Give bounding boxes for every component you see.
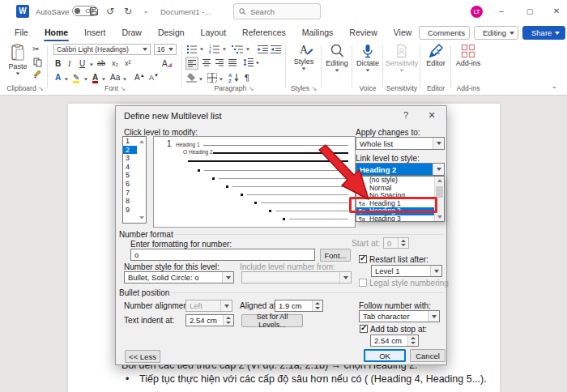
subscript-button[interactable]: x₂: [112, 59, 118, 67]
multilevel-list-icon[interactable]: [232, 45, 244, 54]
dictate-button[interactable]: Dictate: [353, 44, 382, 72]
scroll-down-icon[interactable]: [437, 215, 442, 219]
spin-up-icon[interactable]: [226, 317, 231, 319]
dialog-launcher-icon[interactable]: ↘: [120, 85, 126, 92]
scroll-up-icon[interactable]: [139, 140, 144, 143]
qat-customize-icon[interactable]: ⌄: [139, 5, 152, 18]
superscript-button[interactable]: x²: [125, 59, 131, 67]
restart-level-select[interactable]: Level 1: [371, 265, 442, 277]
menu-tab[interactable]: Draw: [113, 25, 150, 41]
text-effects-button[interactable]: A: [55, 73, 61, 82]
paragraph-mark-button[interactable]: ¶: [245, 73, 249, 83]
editing-button[interactable]: Editing: [322, 44, 352, 72]
spin-up-icon[interactable]: [411, 337, 416, 339]
menu-tab[interactable]: References: [234, 25, 294, 41]
dialog-launcher-icon[interactable]: ↘: [311, 85, 317, 92]
set-all-levels-button[interactable]: Set for All Levels...: [241, 314, 303, 327]
scroll-down-icon[interactable]: [139, 216, 144, 219]
maximize-button[interactable]: [522, 5, 537, 18]
decrease-indent-icon[interactable]: [258, 45, 268, 54]
shading-icon[interactable]: [186, 73, 197, 83]
italic-button[interactable]: I: [68, 59, 70, 68]
bullets-icon[interactable]: [186, 45, 198, 54]
spin-up-icon[interactable]: [315, 302, 320, 305]
dialog-close-button[interactable]: ✕: [424, 109, 440, 121]
level-item[interactable]: 4: [123, 163, 137, 172]
change-case-button[interactable]: Aa: [110, 73, 120, 82]
font-color-button[interactable]: A: [92, 73, 98, 82]
restart-list-checkbox[interactable]: [359, 255, 367, 263]
sort-icon[interactable]: AZ: [228, 72, 240, 83]
clear-formatting-button[interactable]: A◢: [162, 59, 172, 68]
spin-down-icon[interactable]: [411, 342, 416, 344]
level-item[interactable]: 2: [123, 146, 137, 155]
menu-tab[interactable]: Insert: [76, 25, 113, 41]
word-logo-icon[interactable]: W: [16, 5, 29, 18]
editing-mode-button[interactable]: Editing: [474, 26, 518, 40]
align-left-button[interactable]: [185, 57, 198, 70]
text-indent-spinner[interactable]: 2.54 cm: [185, 314, 234, 326]
menu-tab[interactable]: Design: [150, 25, 193, 41]
menu-tab[interactable]: File: [6, 25, 36, 41]
copy-icon[interactable]: [33, 58, 42, 67]
font-button[interactable]: Font...: [320, 249, 351, 262]
undo-icon[interactable]: ↺: [104, 5, 117, 18]
level-item[interactable]: 5: [123, 171, 137, 180]
menu-tab[interactable]: Review: [341, 25, 385, 41]
level-item[interactable]: 9: [123, 206, 137, 215]
menu-tab[interactable]: View: [386, 25, 420, 41]
search-box[interactable]: [233, 3, 321, 19]
follow-number-select[interactable]: Tab character: [359, 310, 440, 322]
search-input[interactable]: [250, 7, 307, 16]
redo-icon[interactable]: ↻: [122, 5, 134, 18]
level-item[interactable]: 6: [123, 180, 137, 189]
align-center-icon[interactable]: [202, 59, 211, 66]
align-right-icon[interactable]: [215, 59, 224, 66]
level-item[interactable]: 8: [123, 197, 137, 206]
dialog-launcher-icon[interactable]: ↘: [38, 85, 44, 92]
bold-button[interactable]: B: [55, 59, 61, 68]
save-icon[interactable]: [87, 5, 100, 18]
close-button[interactable]: [549, 5, 564, 18]
strikethrough-button[interactable]: ab: [97, 59, 105, 67]
borders-icon[interactable]: [207, 73, 217, 83]
dialog-launcher-icon[interactable]: ↘: [249, 85, 254, 92]
line-spacing-icon[interactable]: [243, 58, 254, 67]
scroll-thumb[interactable]: [436, 186, 443, 198]
justify-icon[interactable]: [228, 59, 237, 66]
spin-down-icon[interactable]: [226, 322, 231, 324]
avatar[interactable]: LT: [471, 6, 483, 18]
level-item[interactable]: 7: [123, 189, 137, 198]
scroll-up-icon[interactable]: [437, 179, 442, 182]
number-format-input[interactable]: o: [130, 249, 315, 261]
cut-icon[interactable]: ✂: [32, 45, 39, 53]
format-painter-icon[interactable]: [33, 70, 43, 79]
editor-button[interactable]: Editor: [421, 44, 450, 67]
share-button[interactable]: Share: [522, 26, 565, 40]
number-style-select[interactable]: Bullet, Solid Circle: o: [124, 271, 234, 283]
font-size-select[interactable]: 16: [154, 44, 177, 55]
menu-tab[interactable]: Home: [36, 25, 76, 41]
collapse-ribbon-icon[interactable]: ⌄: [551, 82, 557, 90]
underline-button[interactable]: U: [79, 59, 85, 68]
add-tab-stop-checkbox[interactable]: [360, 325, 368, 333]
dialog-help-button[interactable]: ?: [398, 109, 414, 121]
addins-button[interactable]: Add-ins: [452, 44, 484, 67]
menu-tab[interactable]: Layout: [193, 25, 235, 41]
grow-font-button[interactable]: A▲: [134, 73, 145, 82]
cancel-button[interactable]: Cancel: [410, 349, 446, 362]
spin-down-icon[interactable]: [315, 307, 320, 309]
shrink-font-button[interactable]: A▼: [149, 73, 159, 82]
styles-button[interactable]: A Styles: [288, 44, 320, 70]
menu-tab[interactable]: Mailings: [294, 25, 342, 41]
comments-button[interactable]: Comments: [419, 26, 470, 40]
paste-button[interactable]: Paste: [5, 44, 31, 75]
ok-button[interactable]: OK: [364, 349, 406, 362]
level-item[interactable]: 3: [123, 154, 137, 163]
add-tab-stop-spinner[interactable]: 2.54 cm: [370, 334, 419, 347]
increase-indent-icon[interactable]: [271, 45, 281, 54]
level-item[interactable]: 1: [123, 137, 137, 146]
minimize-button[interactable]: [494, 5, 509, 18]
highlight-button[interactable]: ✎: [73, 73, 79, 82]
less-button[interactable]: << Less: [125, 350, 160, 363]
